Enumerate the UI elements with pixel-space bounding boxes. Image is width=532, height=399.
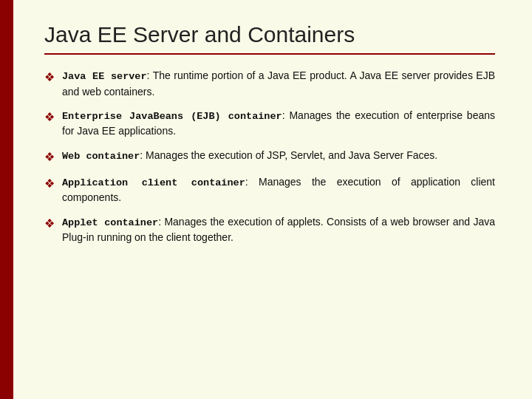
list-item: ❖ Application client container: Manages …: [44, 174, 495, 205]
term-1: Java EE server: [62, 71, 147, 82]
list-item: ❖ Enterprise JavaBeans (EJB) container: …: [44, 108, 495, 139]
bullet-text-1: Java EE server: The runtime portion of a…: [62, 68, 495, 99]
term-2: Enterprise JavaBeans (EJB) container: [62, 111, 282, 122]
bullet-icon-4: ❖: [44, 175, 55, 192]
bullet-icon-3: ❖: [44, 149, 55, 166]
list-item: ❖ Applet container: Manages the executio…: [44, 214, 495, 245]
content-area: ❖ Java EE server: The runtime portion of…: [44, 68, 495, 245]
title-underline: [44, 53, 495, 55]
bullet-icon-2: ❖: [44, 109, 55, 126]
bullet-text-3: Web container: Manages the execution of …: [62, 148, 495, 164]
bullet-text-4: Application client container: Manages th…: [62, 174, 495, 205]
left-accent-bar: [0, 0, 13, 399]
title-section: Java EE Server and Containers: [44, 22, 495, 55]
slide-title: Java EE Server and Containers: [44, 22, 495, 47]
bullet-icon-1: ❖: [44, 69, 55, 86]
term-3: Web container: [62, 151, 140, 162]
list-item: ❖ Web container: Manages the execution o…: [44, 148, 495, 166]
list-item: ❖ Java EE server: The runtime portion of…: [44, 68, 495, 99]
slide: Java EE Server and Containers ❖ Java EE …: [0, 0, 532, 399]
bullet-icon-5: ❖: [44, 215, 55, 232]
term-5: Applet container: [62, 217, 158, 228]
bullet-text-5: Applet container: Manages the execution …: [62, 214, 495, 245]
term-4: Application client container: [62, 177, 245, 188]
bullet-text-2: Enterprise JavaBeans (EJB) container: Ma…: [62, 108, 495, 139]
